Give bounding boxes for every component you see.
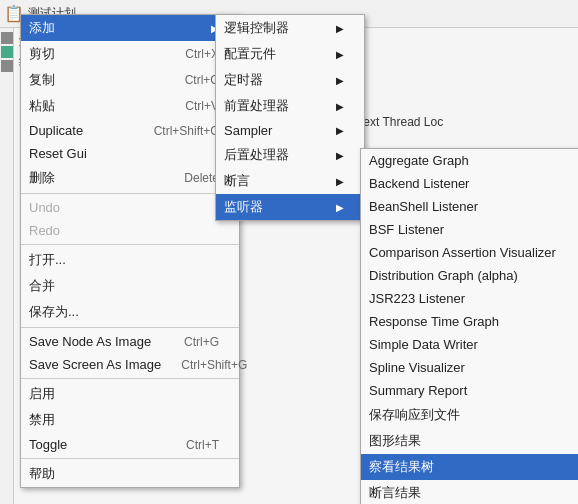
separator-2 [21, 244, 239, 245]
arrow-icon-config: ▶ [336, 49, 344, 60]
menu-item-paste[interactable]: 粘贴 Ctrl+V [21, 93, 239, 119]
menu-item-toggle[interactable]: Toggle Ctrl+T [21, 433, 239, 456]
menu-item-config-element[interactable]: 配置元件 ▶ [216, 41, 364, 67]
menu-item-response-time-graph[interactable]: Response Time Graph [361, 310, 578, 333]
menu-item-summary-report[interactable]: Summary Report [361, 379, 578, 402]
menu-item-timer[interactable]: 定时器 ▶ [216, 67, 364, 93]
context-menu-level2: 逻辑控制器 ▶ 配置元件 ▶ 定时器 ▶ 前置处理器 ▶ Sampler ▶ 后… [215, 14, 365, 221]
menu-item-merge[interactable]: 合并 [21, 273, 239, 299]
arrow-icon-timer: ▶ [336, 75, 344, 86]
menu-item-pre-processor[interactable]: 前置处理器 ▶ [216, 93, 364, 119]
menu-item-reset-gui[interactable]: Reset Gui [21, 142, 239, 165]
menu-item-redo[interactable]: Redo [21, 219, 239, 242]
separator-4 [21, 378, 239, 379]
menu-item-backend-listener[interactable]: Backend Listener [361, 172, 578, 195]
menu-item-jsr223-listener[interactable]: JSR223 Listener [361, 287, 578, 310]
sidebar-icon-workbench [1, 60, 13, 72]
sidebar [0, 28, 14, 504]
context-menu-level1: 添加 ▶ 剪切 Ctrl+X 复制 Ctrl+C 粘贴 Ctrl+V Dupli… [20, 14, 240, 488]
menu-item-open[interactable]: 打开... [21, 247, 239, 273]
menu-item-disable[interactable]: 禁用 [21, 407, 239, 433]
menu-item-undo[interactable]: Undo [21, 196, 239, 219]
menu-item-graph-results[interactable]: 图形结果 [361, 428, 578, 454]
menu-item-distribution-graph[interactable]: Distribution Graph (alpha) [361, 264, 578, 287]
arrow-icon-sampler: ▶ [336, 125, 344, 136]
menu-item-save-response[interactable]: 保存响应到文件 [361, 402, 578, 428]
menu-item-cut[interactable]: 剪切 Ctrl+X [21, 41, 239, 67]
separator-3 [21, 327, 239, 328]
menu-item-post-processor[interactable]: 后置处理器 ▶ [216, 142, 364, 168]
menu-item-save-as[interactable]: 保存为... [21, 299, 239, 325]
arrow-icon-post: ▶ [336, 150, 344, 161]
menu-item-logic-controller[interactable]: 逻辑控制器 ▶ [216, 15, 364, 41]
menu-item-assertion-results[interactable]: 断言结果 [361, 480, 578, 504]
menu-item-delete[interactable]: 删除 Delete [21, 165, 239, 191]
arrow-icon-logic: ▶ [336, 23, 344, 34]
arrow-icon-listener: ▶ [336, 202, 344, 213]
context-menu-level3: Aggregate Graph Backend Listener BeanShe… [360, 148, 578, 504]
menu-item-enable[interactable]: 启用 [21, 381, 239, 407]
menu-item-copy[interactable]: 复制 Ctrl+C [21, 67, 239, 93]
menu-item-duplicate[interactable]: Duplicate Ctrl+Shift+C [21, 119, 239, 142]
menu-item-sampler[interactable]: Sampler ▶ [216, 119, 364, 142]
menu-item-spline-visualizer[interactable]: Spline Visualizer [361, 356, 578, 379]
menu-item-aggregate-graph[interactable]: Aggregate Graph [361, 149, 578, 172]
separator-5 [21, 458, 239, 459]
menu-item-view-results-tree[interactable]: 察看结果树 [361, 454, 578, 480]
separator-1 [21, 193, 239, 194]
menu-item-listener[interactable]: 监听器 ▶ [216, 194, 364, 220]
menu-item-save-screen-image[interactable]: Save Screen As Image Ctrl+Shift+G [21, 353, 239, 376]
menu-item-comparison-assertion[interactable]: Comparison Assertion Visualizer [361, 241, 578, 264]
arrow-icon-pre: ▶ [336, 101, 344, 112]
sidebar-icon-thread [1, 46, 13, 58]
menu-item-assertion[interactable]: 断言 ▶ [216, 168, 364, 194]
menu-item-bsf-listener[interactable]: BSF Listener [361, 218, 578, 241]
menu-item-simple-data-writer[interactable]: Simple Data Writer [361, 333, 578, 356]
sidebar-icon-folder [1, 32, 13, 44]
arrow-icon-assertion: ▶ [336, 176, 344, 187]
menu-item-save-node-image[interactable]: Save Node As Image Ctrl+G [21, 330, 239, 353]
menu-item-help[interactable]: 帮助 [21, 461, 239, 487]
menu-item-beanshell-listener[interactable]: BeanShell Listener [361, 195, 578, 218]
menu-item-add[interactable]: 添加 ▶ [21, 15, 239, 41]
